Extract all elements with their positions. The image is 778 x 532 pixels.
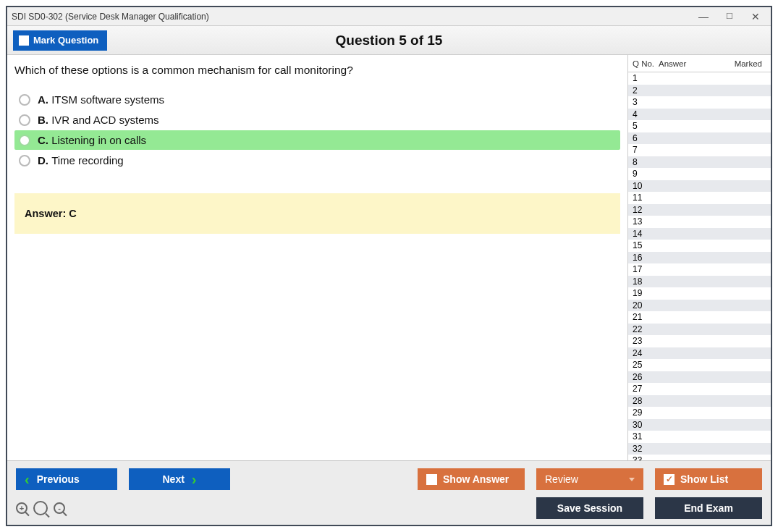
sidebar-row[interactable]: 31 <box>628 431 771 443</box>
header-bar: Mark Question Question 5 of 15 <box>7 26 771 55</box>
option-a[interactable]: A. ITSM software systems <box>14 90 620 109</box>
sidebar-row[interactable]: 28 <box>628 395 771 408</box>
footer-right-buttons: Save Session End Exam <box>536 497 762 519</box>
sidebar-row[interactable]: 2 <box>628 85 771 97</box>
sidebar-row-number: 1 <box>628 73 659 83</box>
sidebar-row-number: 33 <box>628 455 659 460</box>
sidebar-row-number: 26 <box>628 372 659 382</box>
sidebar-row[interactable]: 22 <box>628 324 771 336</box>
sidebar-row-number: 23 <box>628 336 659 346</box>
sidebar-row-number: 28 <box>628 396 659 406</box>
sidebar-row[interactable]: 16 <box>628 252 771 264</box>
checkbox-icon <box>426 474 437 485</box>
sidebar-row-number: 11 <box>628 193 659 203</box>
chevron-down-icon <box>629 478 635 481</box>
sidebar-row-number: 9 <box>628 169 659 179</box>
sidebar-row[interactable]: 14 <box>628 228 771 240</box>
sidebar-row[interactable]: 5 <box>628 120 771 132</box>
question-counter: Question 5 of 15 <box>336 33 443 48</box>
sidebar-row-number: 10 <box>628 181 659 191</box>
radio-icon <box>19 155 30 166</box>
mark-question-button[interactable]: Mark Question <box>13 30 107 51</box>
option-d[interactable]: D. Time recording <box>14 151 620 170</box>
sidebar-row[interactable]: 30 <box>628 419 771 431</box>
magnifier-icon <box>33 501 48 515</box>
show-answer-button[interactable]: Show Answer <box>418 468 525 490</box>
sidebar-row-number: 32 <box>628 444 659 454</box>
sidebar-row-number: 13 <box>628 216 659 227</box>
sidebar-row[interactable]: 15 <box>628 240 771 252</box>
sidebar-row[interactable]: 7 <box>628 144 771 156</box>
sidebar-row[interactable]: 6 <box>628 132 771 145</box>
chevron-right-icon <box>192 472 197 486</box>
sidebar-header: Q No. Answer Marked <box>628 55 771 72</box>
main-area: Which of these options is a common mecha… <box>7 55 771 460</box>
sidebar-row[interactable]: 3 <box>628 96 771 109</box>
sidebar-row[interactable]: 23 <box>628 335 771 347</box>
sidebar-row-number: 31 <box>628 431 659 442</box>
save-session-label: Save Session <box>557 502 622 514</box>
sidebar-row[interactable]: 20 <box>628 300 771 312</box>
sidebar-row-number: 7 <box>628 145 659 155</box>
option-label: A. ITSM software systems <box>38 93 164 106</box>
sidebar-row[interactable]: 26 <box>628 371 771 384</box>
next-button[interactable]: Next <box>129 468 230 490</box>
sidebar-row[interactable]: 19 <box>628 287 771 300</box>
option-label: B. IVR and ACD systems <box>38 114 159 126</box>
sidebar-row-number: 3 <box>628 97 659 107</box>
sidebar-row[interactable]: 13 <box>628 216 771 228</box>
zoom-in-button[interactable]: + <box>16 501 28 515</box>
review-dropdown[interactable]: Review <box>536 468 643 490</box>
answer-box: Answer: C <box>14 193 620 234</box>
sidebar-row[interactable]: 21 <box>628 311 771 324</box>
sidebar-row[interactable]: 27 <box>628 383 771 395</box>
sidebar-row-number: 18 <box>628 276 659 287</box>
option-label: D. Time recording <box>38 154 124 166</box>
sidebar-row[interactable]: 18 <box>628 276 771 288</box>
sidebar-row[interactable]: 24 <box>628 347 771 360</box>
sidebar-row-number: 8 <box>628 157 659 167</box>
radio-icon <box>19 114 30 126</box>
review-label: Review <box>545 473 578 485</box>
footer-row-2: + - Save Session End Exam <box>16 497 762 519</box>
checkbox-icon <box>19 35 29 46</box>
sidebar-row[interactable]: 12 <box>628 204 771 216</box>
sidebar-row-number: 25 <box>628 360 659 370</box>
magnifier-minus-icon: - <box>54 502 65 514</box>
radio-icon <box>19 94 30 106</box>
show-list-label: Show List <box>680 473 728 485</box>
end-exam-button[interactable]: End Exam <box>655 497 762 519</box>
zoom-out-button[interactable]: - <box>54 501 65 515</box>
sidebar-row[interactable]: 9 <box>628 168 771 180</box>
sidebar-row[interactable]: 17 <box>628 263 771 276</box>
sidebar-row[interactable]: 25 <box>628 359 771 371</box>
sidebar-row[interactable]: 29 <box>628 407 771 419</box>
sidebar-row-number: 19 <box>628 288 659 298</box>
next-label: Next <box>162 473 184 485</box>
end-exam-label: End Exam <box>684 502 733 514</box>
sidebar-row[interactable]: 32 <box>628 443 771 455</box>
sidebar-row[interactable]: 8 <box>628 156 771 169</box>
radio-icon <box>19 135 30 146</box>
previous-label: Previous <box>37 473 80 485</box>
option-b[interactable]: B. IVR and ACD systems <box>14 110 620 130</box>
show-list-button[interactable]: ✓ Show List <box>655 468 762 490</box>
window-controls: — ☐ ✕ <box>697 10 762 23</box>
sidebar-list[interactable]: 1234567891011121314151617181920212223242… <box>628 72 771 460</box>
sidebar-row[interactable]: 33 <box>628 455 771 460</box>
sidebar-row[interactable]: 11 <box>628 192 771 204</box>
titlebar: SDI SD0-302 (Service Desk Manager Qualif… <box>7 7 771 26</box>
minimize-button[interactable]: — <box>697 10 710 23</box>
maximize-button[interactable]: ☐ <box>723 10 736 23</box>
previous-button[interactable]: Previous <box>16 468 117 490</box>
question-list-sidebar: Q No. Answer Marked 12345678910111213141… <box>627 55 771 460</box>
zoom-reset-button[interactable] <box>33 501 48 515</box>
footer: Previous Next Show Answer Review ✓ Show … <box>7 460 771 525</box>
sidebar-col-answer: Answer <box>659 59 723 68</box>
sidebar-row[interactable]: 4 <box>628 109 771 121</box>
sidebar-row[interactable]: 10 <box>628 180 771 193</box>
sidebar-row[interactable]: 1 <box>628 72 771 85</box>
close-button[interactable]: ✕ <box>749 10 762 23</box>
option-c[interactable]: C. Listening in on calls <box>14 130 620 150</box>
save-session-button[interactable]: Save Session <box>536 497 643 519</box>
